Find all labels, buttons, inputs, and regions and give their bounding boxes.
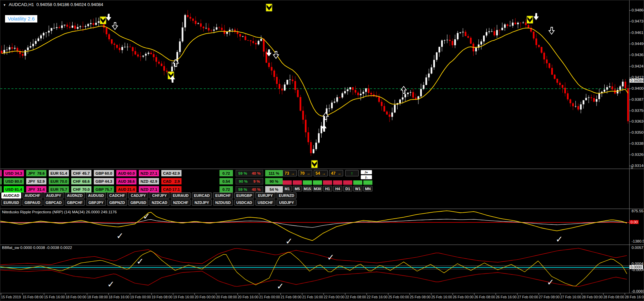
tf-button-h1[interactable]: H1: [323, 186, 332, 191]
tf-trend-bar-m5: [293, 180, 302, 185]
tf-button-h4[interactable]: H4: [333, 186, 342, 191]
pair-button-chfjpy[interactable]: CHFJPY: [150, 192, 169, 199]
price-tick-label: 0.94245: [632, 64, 644, 68]
price-tick-label: 0.93140: [632, 164, 644, 168]
tf-trend-bar-w1: [353, 180, 362, 185]
signal-percent-box: 59 %40 %: [236, 170, 263, 176]
price-tick-label: 0.93750: [632, 109, 644, 113]
pair-button-audcad[interactable]: AUDCAD: [1, 192, 21, 199]
pair-button-gbpnzd[interactable]: GBPNZD: [107, 200, 127, 206]
signal-result-box: 90 %: [265, 178, 283, 184]
tf-button-d1[interactable]: D1: [343, 186, 352, 191]
time-tick-label: 20 Feb 00:00: [195, 295, 215, 299]
tf-button-m30[interactable]: M30: [313, 186, 322, 191]
time-tick-label: 19 Feb 16:00: [173, 295, 194, 299]
zoom-out-button[interactable]: /-: [361, 175, 372, 179]
pair-button-nzdjpy[interactable]: NZDJPY: [192, 200, 212, 206]
tf-trend-bar-d1: [343, 180, 352, 185]
pair-button-usdjpy[interactable]: USDJPY: [277, 200, 296, 206]
zoom-in-button[interactable]: /+: [361, 170, 372, 174]
sell-arrow-icon: [106, 14, 111, 21]
pair-button-gbpchf[interactable]: GBPCHF: [65, 200, 85, 206]
trend-up-button[interactable]: ↑: [345, 170, 359, 176]
pair-button-gbpjpy[interactable]: GBPJPY: [86, 200, 106, 206]
bb-axis-label: 0.0057: [632, 246, 643, 250]
pair-button-gbpusd[interactable]: GBPUSD: [128, 200, 148, 206]
percent-down: 9 %: [253, 179, 260, 183]
pair-button-gbpcad[interactable]: GBPCAD: [44, 200, 64, 206]
pair-button-usdcad[interactable]: USDCAD: [234, 200, 254, 206]
nrp-current-value-box: 0.00: [630, 220, 639, 224]
tf-button-m1[interactable]: M1: [283, 186, 292, 191]
pair-button-eurusd[interactable]: EURUSD: [1, 200, 21, 206]
tf-button-m5[interactable]: M5: [293, 186, 302, 191]
pair-button-nzdchf[interactable]: NZDCHF: [171, 200, 191, 206]
signal-value-box: 0.72: [219, 170, 233, 176]
pair-button-eurnzd[interactable]: EURNZD: [277, 192, 296, 199]
price-tick-label: 0.93630: [632, 119, 644, 123]
time-tick-label: 26 Feb 00:00: [453, 295, 474, 299]
price-tick-label: 0.93875: [632, 97, 644, 101]
price-tick-label: 0.94860: [632, 8, 644, 12]
trend-button-70[interactable]: 70→: [298, 170, 312, 176]
right-arrow-icon: →: [306, 171, 310, 176]
sell-arrow-icon: [273, 51, 279, 58]
sell-arrow-icon: [112, 23, 118, 30]
trend-value: 54: [316, 171, 320, 176]
time-tick-label: 18 Feb 08:00: [87, 295, 108, 299]
check-signal-icon: ✓: [547, 277, 554, 287]
check-signal-icon: ✓: [116, 231, 124, 241]
pair-button-nzdcad[interactable]: NZDCAD: [150, 200, 169, 206]
tf-trend-bar-h4: [333, 180, 342, 185]
time-tick-label: 27 Feb 16:00: [560, 295, 581, 299]
pair-button-eurchf[interactable]: EURCHF: [213, 192, 233, 199]
price-tick-label: 0.93260: [632, 153, 644, 157]
tf-button-mn[interactable]: MN: [363, 186, 372, 191]
pair-button-cadjpy[interactable]: CADJPY: [128, 192, 148, 199]
chevron-down-icon[interactable]: ▼: [3, 3, 6, 7]
chart-canvas[interactable]: ✓✓✓✓✓✓✓✓✓: [0, 0, 644, 301]
pair-button-cadchf[interactable]: CADCHF: [107, 192, 127, 199]
pair-button-eurcad[interactable]: EURCAD: [192, 192, 212, 199]
time-tick-label: 15 Feb 2019: [1, 295, 21, 299]
trend-button-73[interactable]: 73→: [283, 170, 297, 176]
pair-button-gbpaud[interactable]: GBPAUD: [23, 200, 42, 206]
pair-button-audchf[interactable]: AUDCHF: [23, 192, 42, 199]
nrp-axis-label: 875.55: [632, 209, 643, 213]
time-axis[interactable]: 15 Feb 201915 Feb 08:0015 Feb 16:0018 Fe…: [0, 294, 644, 301]
pair-button-usdchf[interactable]: USDCHF: [255, 200, 275, 206]
time-tick-label: 19 Feb 08:00: [152, 295, 172, 299]
tf-trend-bar-m1: [283, 180, 292, 185]
current-price-box: 0.94084: [630, 79, 644, 83]
right-arrow-icon: →: [337, 171, 341, 176]
pair-button-eurjpy[interactable]: EURJPY: [255, 192, 275, 199]
pair-button-audjpy[interactable]: AUDJPY: [44, 192, 64, 199]
chart-title: ▼AUDCAD,H1 0.94058 0.94186 0.94024 0.940…: [3, 2, 103, 7]
pair-button-eurgbp[interactable]: EURGBP: [234, 192, 254, 199]
time-tick-label: 18 Feb 00:00: [66, 295, 86, 299]
price-tick-label: 0.93505: [632, 130, 644, 134]
signal-value-box: 0.54: [219, 178, 233, 184]
tf-button-w1[interactable]: W1: [353, 186, 362, 191]
trend-value: 73: [285, 171, 289, 176]
check-signal-icon: ✓: [277, 281, 284, 291]
trend-button-47[interactable]: 47→: [329, 170, 343, 176]
time-tick-label: 25 Feb 16:00: [431, 295, 452, 299]
trend-value: 70: [300, 171, 305, 176]
time-tick-label: 26 Feb 16:00: [496, 295, 517, 299]
percent-down: 40 %: [252, 171, 260, 175]
time-tick-label: 18 Feb 16:00: [109, 295, 129, 299]
time-tick-label: 15 Feb 08:00: [23, 295, 43, 299]
pair-button-nzdusd[interactable]: NZDUSD: [213, 200, 233, 206]
price-tick-label: 0.94735: [632, 19, 644, 23]
ohlc-values: 0.94058 0.94186 0.94024 0.94084: [36, 2, 103, 7]
time-tick-label: 28 Feb 16:00: [625, 295, 644, 299]
exit-signal-icon: [527, 16, 533, 24]
trend-button-54[interactable]: 54→: [314, 170, 328, 176]
pair-button-euraud[interactable]: EURAUD: [171, 192, 191, 199]
time-tick-label: 20 Feb 16:00: [238, 295, 258, 299]
check-signal-icon: ✓: [327, 252, 334, 262]
pair-button-audusd[interactable]: AUDUSD: [86, 192, 106, 199]
pair-button-audnzd[interactable]: AUDNZD: [65, 192, 85, 199]
tf-button-m15[interactable]: M15: [303, 186, 312, 191]
